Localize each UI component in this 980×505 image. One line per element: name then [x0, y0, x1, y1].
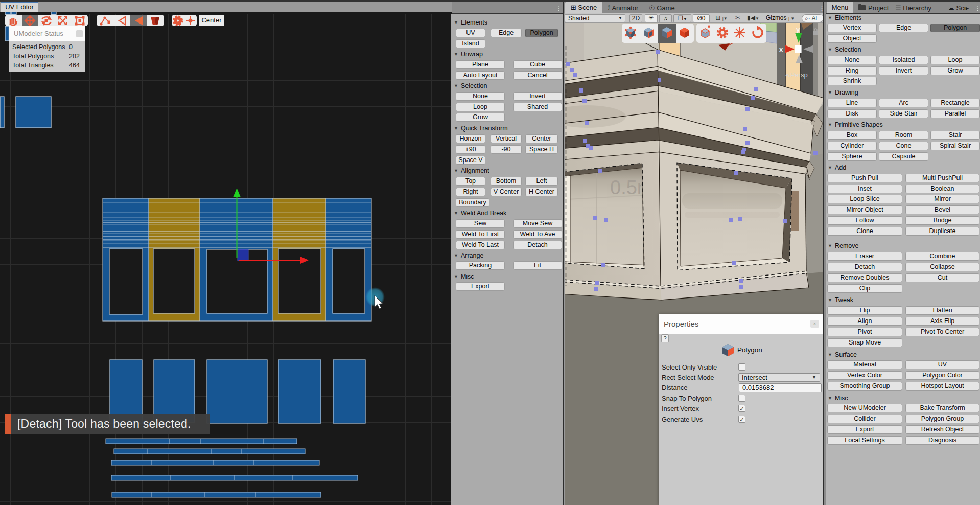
svg-text:⋖Persp: ⋖Persp [785, 71, 808, 79]
svg-text:x: x [779, 45, 783, 53]
svg-text:y: y [796, 26, 800, 33]
